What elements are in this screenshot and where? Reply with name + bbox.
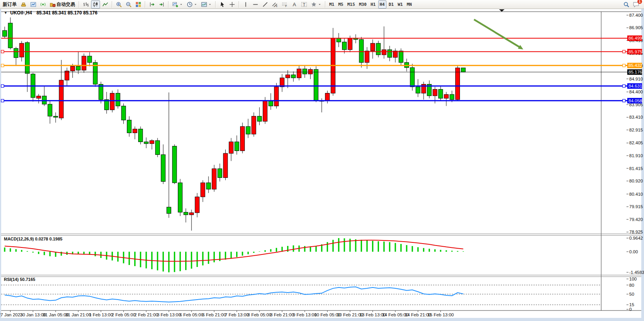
candle-body bbox=[263, 101, 267, 121]
timeframe-m1[interactable]: M1 bbox=[328, 0, 336, 9]
candle-body bbox=[365, 51, 369, 63]
new-order-button[interactable]: 新订单 bbox=[1, 0, 18, 9]
timeframe-h1[interactable]: H1 bbox=[369, 0, 377, 9]
candle-body bbox=[206, 183, 211, 189]
hline-right-anchor[interactable] bbox=[623, 99, 625, 102]
cursor-button[interactable] bbox=[218, 0, 227, 9]
timeframe-mn[interactable]: MN bbox=[405, 0, 413, 9]
time-axis-label: 2 Feb 05:00 bbox=[112, 312, 135, 317]
timeframe-d1[interactable]: D1 bbox=[387, 0, 395, 9]
toolbar-separator bbox=[215, 1, 216, 8]
search-button[interactable] bbox=[622, 0, 631, 9]
hline-right-anchor[interactable] bbox=[623, 64, 625, 67]
tile-icon bbox=[135, 2, 141, 7]
price-tick-label: 81.415 bbox=[629, 166, 643, 171]
templates-button[interactable] bbox=[200, 0, 213, 9]
candle-body bbox=[444, 95, 448, 98]
price-tick-label: 78.925 bbox=[629, 230, 643, 234]
time-axis-label: 2 Feb 21:00 bbox=[134, 312, 158, 317]
timeframe-m5[interactable]: M5 bbox=[337, 0, 345, 9]
toolbar-separator bbox=[325, 1, 326, 8]
auto-scroll-button[interactable] bbox=[147, 0, 156, 9]
horizontal-line-button[interactable] bbox=[251, 0, 260, 9]
price-tick-label: 83.410 bbox=[629, 115, 643, 119]
hline-left-anchor[interactable] bbox=[1, 85, 4, 88]
text-label-button[interactable]: T bbox=[300, 0, 309, 9]
trendline-button[interactable] bbox=[261, 0, 270, 9]
equidistant-channel-button[interactable]: E bbox=[270, 0, 279, 9]
hline-right-anchor[interactable] bbox=[623, 85, 625, 88]
tile-windows-button[interactable] bbox=[134, 0, 143, 9]
candle-body bbox=[14, 48, 18, 58]
chart-background[interactable] bbox=[1, 9, 641, 318]
timeframe-w1[interactable]: W1 bbox=[396, 0, 404, 9]
hline-icon bbox=[253, 2, 258, 7]
candle-body bbox=[88, 56, 92, 62]
auto-trading-button[interactable]: 自动交易 bbox=[48, 0, 77, 9]
time-axis-label: 3 Feb 13:00 bbox=[157, 312, 181, 317]
notification-badge: 1 bbox=[637, 0, 642, 4]
hline-right-anchor[interactable] bbox=[623, 50, 625, 53]
candle-body bbox=[53, 116, 58, 118]
candle-body bbox=[376, 43, 381, 55]
notifications-button[interactable]: 1 bbox=[632, 0, 640, 9]
chart-expander-icon[interactable]: ▼ bbox=[4, 11, 7, 15]
hline-left-anchor[interactable] bbox=[1, 50, 4, 53]
crosshair-button[interactable] bbox=[228, 0, 237, 9]
bar-chart-button[interactable] bbox=[81, 0, 90, 9]
terminal-button[interactable] bbox=[29, 0, 38, 9]
candle-body bbox=[229, 142, 233, 154]
candlestick-chart-button[interactable] bbox=[91, 0, 100, 9]
candle-body bbox=[439, 89, 443, 98]
rsi-tick-label: 50 bbox=[629, 292, 634, 296]
chevron-down-icon[interactable] bbox=[179, 1, 183, 8]
chevron-down-icon[interactable] bbox=[318, 1, 321, 8]
gold-button[interactable] bbox=[19, 0, 28, 9]
candle-body bbox=[82, 56, 86, 70]
candle-body bbox=[178, 183, 182, 212]
time-axis-label: 27 Jan 2023 bbox=[0, 312, 23, 317]
chevron-down-icon[interactable] bbox=[194, 1, 197, 8]
mt4-window: 新订单自动交易EFATM1M5M15M30H1H4D1W1MN1 87.4008… bbox=[0, 0, 644, 321]
price-tick-label: 79.915 bbox=[629, 204, 643, 209]
candle-body bbox=[190, 213, 194, 215]
chevron-down-icon[interactable] bbox=[208, 1, 212, 8]
zoom-out-button[interactable] bbox=[124, 0, 133, 9]
hline-left-anchor[interactable] bbox=[1, 64, 4, 67]
vertical-line-button[interactable] bbox=[241, 0, 250, 9]
macd-tick-label: -1.4583 bbox=[629, 270, 644, 275]
text-button[interactable]: A bbox=[290, 0, 299, 9]
timeframe-m15[interactable]: M15 bbox=[346, 0, 357, 9]
chart-canvas[interactable]: 87.40086.90586.41085.91585.42084.91084.4… bbox=[0, 0, 644, 321]
vline-icon bbox=[243, 2, 249, 7]
signal-button[interactable] bbox=[39, 0, 47, 9]
periods-button[interactable] bbox=[185, 0, 199, 9]
indicator-icon bbox=[172, 2, 178, 7]
template-icon bbox=[201, 2, 207, 7]
line-chart-button[interactable] bbox=[101, 0, 110, 9]
candle-body bbox=[139, 129, 143, 142]
svg-text:E: E bbox=[276, 5, 278, 7]
fibonacci-button[interactable]: F bbox=[280, 0, 289, 9]
candle-body bbox=[359, 39, 363, 62]
candle-body bbox=[240, 126, 245, 151]
candles-icon bbox=[93, 2, 98, 7]
toolbar-separator bbox=[239, 1, 239, 8]
price-tick-label: 82.915 bbox=[629, 128, 643, 132]
chart-shift-button[interactable] bbox=[157, 0, 166, 9]
toolbar-separator bbox=[112, 1, 112, 8]
macd-label: MACD(12,26,9) 0.0278 0.1985 bbox=[3, 237, 63, 241]
time-axis-label: 6 Feb 05:00 bbox=[179, 312, 203, 317]
zoomout-icon bbox=[126, 2, 132, 7]
timeframe-h4[interactable]: H4 bbox=[378, 0, 386, 9]
candle-body bbox=[116, 93, 120, 106]
svg-text:A: A bbox=[293, 2, 296, 7]
indicators-button[interactable] bbox=[171, 0, 184, 9]
arrows-button[interactable] bbox=[309, 0, 323, 9]
time-axis-label: 31 Jan 21:00 bbox=[65, 312, 91, 317]
hline-left-anchor[interactable] bbox=[1, 99, 4, 102]
timeframe-m30[interactable]: M30 bbox=[357, 0, 368, 9]
zoom-in-button[interactable] bbox=[114, 0, 123, 9]
rsi-tick-label: 100 bbox=[629, 277, 637, 281]
chart-symbol-period: UKOil-,H4 bbox=[10, 10, 32, 16]
